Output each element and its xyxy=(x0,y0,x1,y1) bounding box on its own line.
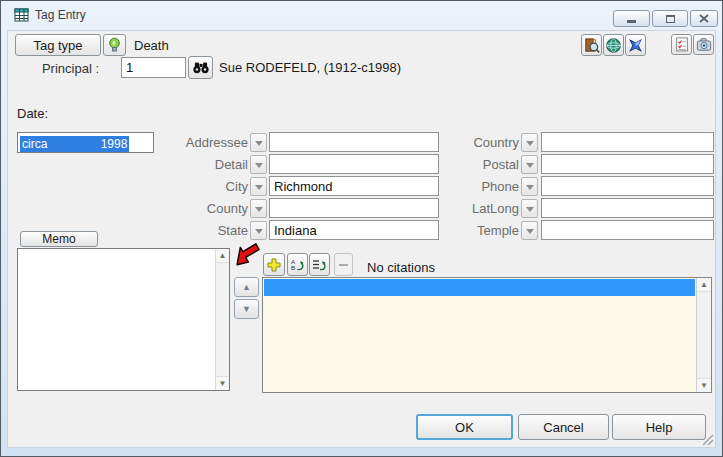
ok-button[interactable]: OK xyxy=(416,414,513,440)
close-icon xyxy=(699,14,709,23)
lightbulb-icon xyxy=(107,37,122,53)
memo-button[interactable]: Memo xyxy=(20,231,98,247)
postal-dropdown-button[interactable] xyxy=(521,155,538,174)
ok-button-label: OK xyxy=(455,420,474,435)
reference-search-button[interactable] xyxy=(581,34,602,56)
detail-label: Detail xyxy=(159,157,248,172)
temple-dropdown-button[interactable] xyxy=(521,221,538,240)
minimize-icon xyxy=(627,20,636,23)
copy-citation-button[interactable]: A B xyxy=(287,253,308,276)
checklist-icon xyxy=(674,36,690,53)
principal-input[interactable] xyxy=(121,57,186,78)
addressee-input[interactable] xyxy=(269,132,439,152)
tag-type-hint-button[interactable] xyxy=(103,34,126,56)
postal-input[interactable] xyxy=(541,154,714,174)
scroll-down-icon[interactable]: ▼ xyxy=(697,378,711,392)
paste-citation-button[interactable] xyxy=(309,253,330,276)
citation-list-selected-row[interactable] xyxy=(264,279,695,296)
tag-entry-window: Tag Entry Tag type Death Principal : xyxy=(0,0,723,457)
tag-type-button-label: Tag type xyxy=(33,38,82,53)
memo-scrollbar[interactable]: ▲ ▼ xyxy=(215,249,229,390)
date-input[interactable]: circa 1998 xyxy=(17,132,154,153)
city-input[interactable] xyxy=(269,176,439,196)
city-label: City xyxy=(159,179,248,194)
map-button[interactable] xyxy=(625,34,646,56)
county-input[interactable] xyxy=(269,198,439,218)
remove-citation-button[interactable] xyxy=(334,253,353,276)
cancel-button[interactable]: Cancel xyxy=(518,414,609,440)
phone-dropdown-button[interactable] xyxy=(521,177,538,196)
window-title: Tag Entry xyxy=(35,8,86,22)
latlong-dropdown-button[interactable] xyxy=(521,199,538,218)
principal-label: Principal : xyxy=(21,61,99,76)
latlong-input[interactable] xyxy=(541,198,714,218)
resize-grip[interactable] xyxy=(700,432,714,446)
globe-icon xyxy=(605,37,622,54)
minimize-button[interactable] xyxy=(613,10,650,27)
principal-name: Sue RODEFELD, (1912-c1998) xyxy=(219,60,401,75)
citation-list-scrollbar[interactable]: ▲ ▼ xyxy=(696,278,711,392)
citation-list[interactable]: ▲ ▼ xyxy=(262,277,712,393)
svg-text:B: B xyxy=(291,264,295,271)
close-button[interactable] xyxy=(690,10,718,27)
detail-input[interactable] xyxy=(269,154,439,174)
city-dropdown-button[interactable] xyxy=(250,177,267,196)
citation-status: No citations xyxy=(367,260,435,275)
temple-input[interactable] xyxy=(541,220,714,240)
maximize-icon xyxy=(666,15,675,23)
scroll-up-icon[interactable]: ▲ xyxy=(697,278,711,292)
add-citation-button[interactable] xyxy=(263,253,285,276)
memo-button-label: Memo xyxy=(42,232,75,246)
postal-label: Postal xyxy=(419,157,519,172)
help-button[interactable]: Help xyxy=(612,414,706,440)
tasks-button[interactable] xyxy=(671,34,692,55)
phone-input[interactable] xyxy=(541,176,714,196)
memo-textarea[interactable]: ▲ ▼ xyxy=(17,248,230,391)
addressee-dropdown-button[interactable] xyxy=(250,133,267,152)
country-dropdown-button[interactable] xyxy=(521,133,538,152)
country-label: Country xyxy=(419,135,519,150)
country-input[interactable] xyxy=(541,132,714,152)
web-button[interactable] xyxy=(603,34,624,56)
scroll-up-icon[interactable]: ▲ xyxy=(216,249,229,263)
county-label: County xyxy=(159,201,248,216)
find-principal-button[interactable] xyxy=(188,56,213,79)
help-button-label: Help xyxy=(646,420,673,435)
county-dropdown-button[interactable] xyxy=(250,199,267,218)
up-arrow-icon: ▲ xyxy=(242,282,251,292)
minus-icon xyxy=(339,264,348,266)
down-arrow-icon: ▼ xyxy=(242,304,251,314)
addressee-label: Addressee xyxy=(159,135,248,150)
tag-type-button[interactable]: Tag type xyxy=(15,34,101,56)
book-magnifier-icon xyxy=(583,37,600,54)
maximize-button[interactable] xyxy=(652,10,688,27)
scroll-down-icon[interactable]: ▼ xyxy=(216,376,229,390)
date-selected-text: circa 1998 xyxy=(20,136,129,152)
table-grid-icon xyxy=(14,7,30,23)
latlong-label: LatLong xyxy=(419,201,519,216)
exhibit-button[interactable] xyxy=(693,34,714,55)
state-input[interactable] xyxy=(269,220,439,240)
detail-dropdown-button[interactable] xyxy=(250,155,267,174)
tag-type-value: Death xyxy=(134,38,169,53)
cancel-button-label: Cancel xyxy=(543,420,583,435)
ab-repeat-icon: A B xyxy=(290,257,305,272)
camera-icon xyxy=(696,37,712,52)
phone-label: Phone xyxy=(419,179,519,194)
move-down-button[interactable]: ▼ xyxy=(234,299,259,319)
move-up-button[interactable]: ▲ xyxy=(234,277,259,297)
list-repeat-icon xyxy=(312,257,327,272)
compass-star-icon xyxy=(627,37,644,54)
binoculars-icon xyxy=(192,61,210,74)
date-label: Date: xyxy=(17,106,48,121)
state-label: State xyxy=(159,223,248,238)
temple-label: Temple xyxy=(419,223,519,238)
plus-icon xyxy=(267,258,281,272)
